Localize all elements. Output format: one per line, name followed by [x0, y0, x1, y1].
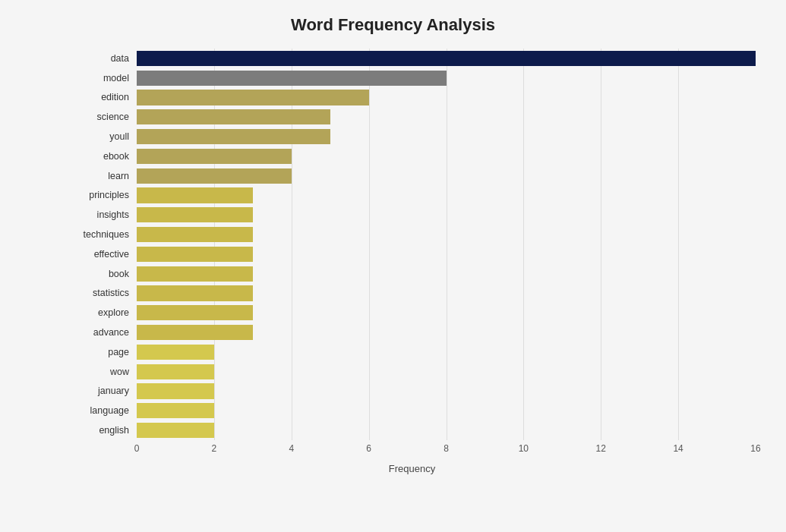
- bar-row-language: [137, 401, 756, 420]
- bar-row-data: [137, 49, 756, 68]
- bar-row-insights: [137, 205, 756, 225]
- bar-row-effective: [137, 244, 756, 264]
- y-label-page: page: [68, 342, 137, 362]
- x-ticks-row: 0246810121416: [137, 443, 756, 461]
- chart-inner: [137, 49, 756, 440]
- bar-row-january: [137, 382, 756, 401]
- bar-fill-effective: [137, 247, 253, 262]
- bar-fill-english: [137, 423, 214, 438]
- y-label-wow: wow: [68, 362, 137, 382]
- bar-fill-youll: [137, 129, 330, 144]
- bar-row-edition: [137, 88, 756, 108]
- bar-fill-principles: [137, 187, 253, 203]
- bar-fill-explore: [137, 305, 253, 320]
- bar-fill-data: [137, 51, 756, 66]
- x-tick-8: 8: [444, 443, 449, 454]
- bar-row-ebook: [137, 146, 756, 166]
- y-label-science: science: [68, 107, 137, 127]
- y-label-advance: advance: [68, 323, 137, 342]
- bar-rows: [137, 49, 756, 440]
- y-label-english: english: [68, 420, 137, 440]
- y-label-techniques: techniques: [68, 225, 137, 244]
- y-label-data: data: [68, 49, 137, 68]
- y-label-explore: explore: [68, 303, 137, 323]
- bar-row-page: [137, 342, 756, 362]
- x-tick-14: 14: [673, 443, 683, 454]
- bar-row-statistics: [137, 284, 756, 304]
- y-label-youll: youll: [68, 127, 137, 146]
- bar-row-learn: [137, 166, 756, 186]
- y-label-principles: principles: [68, 186, 137, 206]
- bar-row-model: [137, 68, 756, 88]
- y-label-effective: effective: [68, 244, 137, 264]
- bar-row-science: [137, 107, 756, 127]
- bar-fill-statistics: [137, 285, 253, 301]
- y-label-book: book: [68, 264, 137, 284]
- bar-row-techniques: [137, 225, 756, 244]
- chart-container: Word Frequency Analysis datamodeledition…: [0, 0, 786, 532]
- x-tick-0: 0: [134, 443, 140, 454]
- bar-fill-january: [137, 383, 214, 398]
- bar-row-youll: [137, 127, 756, 146]
- bar-fill-book: [137, 266, 253, 282]
- y-label-language: language: [68, 401, 137, 420]
- bar-fill-wow: [137, 364, 214, 379]
- bar-fill-language: [137, 403, 214, 418]
- bar-fill-insights: [137, 207, 253, 222]
- bar-fill-page: [137, 345, 214, 360]
- y-label-ebook: ebook: [68, 146, 137, 166]
- y-label-january: january: [68, 382, 137, 401]
- bars-area: datamodeleditionscienceyoullebooklearnpr…: [68, 49, 756, 440]
- bar-fill-advance: [137, 325, 253, 340]
- bar-row-principles: [137, 186, 756, 206]
- bar-row-explore: [137, 303, 756, 323]
- x-tick-4: 4: [289, 443, 294, 454]
- bar-fill-learn: [137, 168, 292, 184]
- bar-fill-science: [137, 109, 330, 124]
- bar-fill-techniques: [137, 227, 253, 242]
- x-tick-2: 2: [212, 443, 217, 454]
- x-tick-12: 12: [596, 443, 606, 454]
- x-tick-10: 10: [519, 443, 529, 454]
- bar-row-wow: [137, 362, 756, 382]
- x-axis-label: Frequency: [68, 463, 756, 474]
- x-tick-16: 16: [750, 443, 760, 454]
- bar-row-english: [137, 420, 756, 440]
- chart-title: Word Frequency Analysis: [30, 15, 756, 35]
- bar-fill-ebook: [137, 149, 292, 164]
- bar-row-advance: [137, 323, 756, 342]
- x-tick-6: 6: [366, 443, 371, 454]
- bar-fill-edition: [137, 90, 369, 105]
- y-label-learn: learn: [68, 166, 137, 186]
- y-label-statistics: statistics: [68, 284, 137, 304]
- bar-row-book: [137, 264, 756, 284]
- y-label-insights: insights: [68, 205, 137, 225]
- y-label-model: model: [68, 68, 137, 88]
- y-label-edition: edition: [68, 88, 137, 108]
- y-labels: datamodeleditionscienceyoullebooklearnpr…: [68, 49, 137, 440]
- bar-fill-model: [137, 71, 447, 86]
